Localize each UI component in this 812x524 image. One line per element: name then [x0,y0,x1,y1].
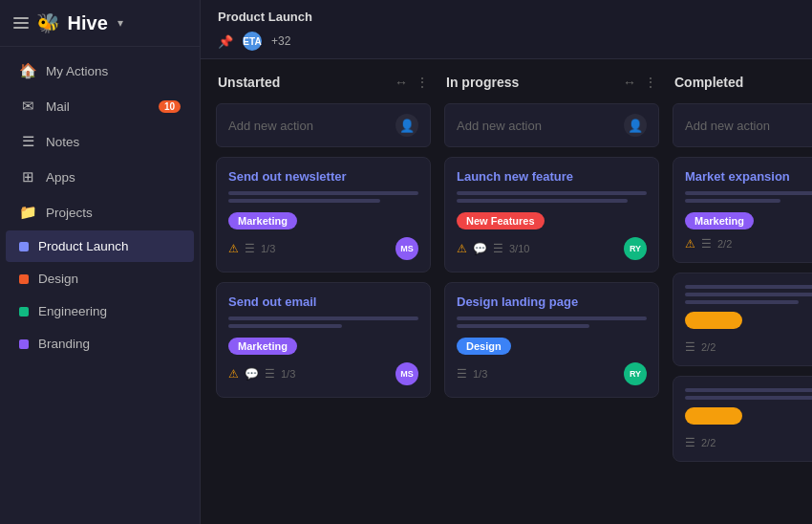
avatar: MS [395,237,418,260]
checklist-count: 2/2 [717,238,732,250]
warning-icon: ⚠ [228,242,239,255]
card-bar [228,199,380,203]
avatar: RY [624,237,647,260]
sidebar-item-product-launch[interactable]: Product Launch [6,230,194,262]
kanban-card[interactable]: Market expansion Marketing ⚠ ☰ 2/2 [673,157,812,263]
card-bar [685,396,812,400]
sidebar-item-apps[interactable]: ⊞ Apps [6,160,194,194]
kanban-card[interactable]: Send out email Marketing ⚠ 💬 ☰ 1/3 MS [216,282,431,398]
kanban-card[interactable]: ☰ 2/2 [673,273,812,366]
project-dot [19,307,29,317]
mail-badge: 10 [159,100,181,113]
project-dot [19,339,29,349]
sidebar: 🐝 Hive ▾ 🏠 My Actions ✉ Mail 10 ☰ Notes … [0,0,201,524]
card-meta: ⚠ 💬 ☰ 3/10 [457,242,529,255]
card-meta: ⚠ ☰ 1/3 [228,242,275,255]
card-meta: ⚠ 💬 ☰ 1/3 [228,367,295,381]
checklist-icon: ☰ [265,367,275,381]
hive-brand-icon: 🐝 [36,12,60,33]
checklist-count: 1/3 [473,368,487,380]
card-meta: ☰ 1/3 [457,367,487,381]
sidebar-item-engineering[interactable]: Engineering [6,295,194,327]
kanban-card[interactable]: Launch new feature New Features ⚠ 💬 ☰ 3/… [444,157,659,273]
card-title: Send out email [228,295,418,309]
card-bar [685,300,799,304]
kanban-card[interactable]: Design landing page Design ☰ 1/3 RY [444,282,659,398]
avatar: RY [624,362,647,385]
card-tag[interactable]: New Features [457,212,545,229]
column-title: Completed [674,75,743,90]
card-title: Design landing page [457,295,647,309]
sidebar-item-label: My Actions [46,64,108,78]
add-action-label: Add new action [457,119,542,133]
warning-icon: ⚠ [685,237,695,251]
checklist-count: 2/2 [701,341,716,353]
card-title: Send out newsletter [228,169,418,184]
card-footer: ⚠ 💬 ☰ 1/3 MS [228,362,418,385]
checklist-count: 3/10 [509,243,529,254]
add-action-label: Add new action [685,119,770,133]
column-title: Unstarted [218,75,280,90]
card-tag[interactable]: Marketing [228,338,297,355]
avatar: MS [395,362,418,385]
folder-icon: 📁 [19,204,36,221]
card-title: Launch new feature [457,169,647,184]
sidebar-item-label: Notes [46,135,79,149]
column-unstarted: Unstarted ↔ ⋮ Add new action 👤 Send out … [216,75,431,509]
home-icon: 🏠 [19,62,36,79]
sidebar-item-mail[interactable]: ✉ Mail 10 [6,89,194,123]
card-title: Market expansion [685,169,812,184]
comment-icon: 💬 [245,367,259,381]
kanban-card[interactable]: Send out newsletter Marketing ⚠ ☰ 1/3 MS [216,157,431,273]
sidebar-item-my-actions[interactable]: 🏠 My Actions [6,54,194,88]
warning-icon: ⚠ [228,367,239,381]
app-name: Hive [68,12,108,33]
column-title: In progress [446,75,519,90]
card-meta: ⚠ ☰ 2/2 [685,237,732,251]
card-footer: ☰ 1/3 RY [457,362,647,385]
column-actions: ↔ ⋮ [623,75,657,90]
checklist-icon: ☰ [457,367,467,381]
card-meta: ☰ 2/2 [685,436,716,449]
checklist-count: 1/3 [281,368,295,380]
expand-icon[interactable]: ↔ [623,75,636,90]
comment-icon: 💬 [473,242,487,255]
card-bar [457,324,589,328]
add-action-bar[interactable]: Add new action 👤 [444,103,659,147]
add-action-bar[interactable]: Add new action 👤 [216,103,431,147]
column-header: Unstarted ↔ ⋮ [216,75,431,94]
sidebar-item-notes[interactable]: ☰ Notes [6,124,194,159]
main-header: Product Launch 📌 ETA +32 [201,0,812,59]
header-meta: 📌 ETA +32 [218,30,795,53]
expand-icon[interactable]: ↔ [395,75,408,90]
card-bar [685,191,812,195]
add-action-bar[interactable]: Add new action 👤 [673,103,812,147]
card-tag[interactable]: Design [457,338,511,355]
project-dot [19,242,29,251]
more-icon[interactable]: ⋮ [644,75,657,90]
card-footer: ☰ 2/2 [685,436,812,449]
card-bar [457,317,647,320]
sidebar-nav: 🏠 My Actions ✉ Mail 10 ☰ Notes ⊞ Apps 📁 … [0,47,200,524]
project-dot [19,274,29,284]
card-tag[interactable]: Marketing [228,212,297,229]
more-icon[interactable]: ⋮ [416,75,429,90]
sidebar-item-design[interactable]: Design [6,263,194,295]
column-in-progress: In progress ↔ ⋮ Add new action 👤 Launch … [444,75,659,509]
hamburger-icon[interactable] [13,17,29,29]
kanban-card[interactable]: ☰ 2/2 [673,376,812,462]
sidebar-item-branding[interactable]: Branding [6,328,194,360]
mail-icon: ✉ [19,98,36,115]
app-logo: 🐝 Hive [36,11,108,34]
card-footer: ☰ 2/2 [685,340,812,354]
card-bar [228,324,342,328]
card-tag[interactable]: Marketing [685,212,754,229]
assignee-icon: 👤 [624,114,647,137]
workspace-chevron-icon[interactable]: ▾ [118,16,123,30]
sidebar-item-projects[interactable]: 📁 Projects [6,195,194,229]
page-title: Product Launch [218,10,795,24]
card-meta: ☰ 2/2 [685,340,716,354]
column-header: In progress ↔ ⋮ [444,75,659,94]
checklist-count: 1/3 [261,243,275,254]
column-completed: Completed ↔ ⋮ Add new action 👤 Market ex… [673,75,812,509]
